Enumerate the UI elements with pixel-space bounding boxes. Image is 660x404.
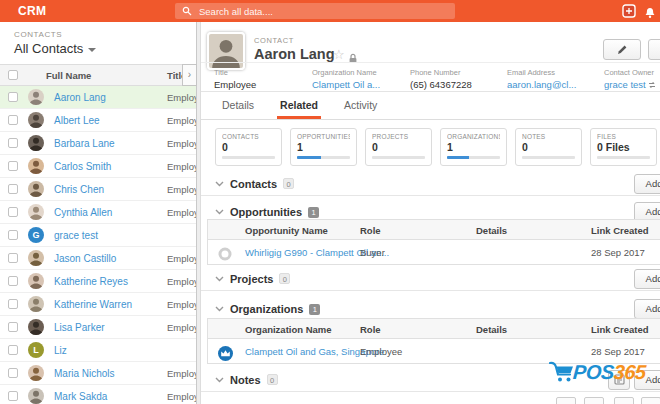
section-chevron-icon[interactable] bbox=[215, 305, 224, 313]
contact-row[interactable]: Carlos SmithEmployee bbox=[0, 155, 196, 178]
row-checkbox[interactable] bbox=[8, 391, 18, 401]
row-checkbox[interactable] bbox=[8, 322, 18, 332]
table-column-header[interactable]: Role bbox=[360, 324, 381, 335]
add-organizations-button[interactable]: Add bbox=[634, 299, 660, 319]
contact-row[interactable]: Katherine WarrenEmployee bbox=[0, 293, 196, 316]
column-full-name[interactable]: Full Name bbox=[46, 70, 91, 81]
field-value-text[interactable]: aaron.lang@cl... bbox=[507, 79, 576, 90]
contact-avatar bbox=[28, 112, 44, 128]
field-value-text[interactable]: Clampett Oil a... bbox=[312, 79, 380, 90]
summary-card-projects[interactable]: PROJECTS0 bbox=[365, 128, 432, 166]
row-checkbox[interactable] bbox=[8, 368, 18, 378]
contact-row[interactable]: Jason CastilloEmployee bbox=[0, 247, 196, 270]
field-value[interactable]: grace test bbox=[604, 79, 656, 90]
contact-name-link[interactable]: Cynthia Allen bbox=[54, 207, 112, 218]
cutoff-button[interactable] bbox=[584, 397, 604, 404]
contact-name-link[interactable]: Carlos Smith bbox=[54, 161, 111, 172]
search-input[interactable] bbox=[197, 5, 417, 18]
cutoff-button[interactable] bbox=[641, 397, 660, 404]
row-checkbox[interactable] bbox=[8, 253, 18, 263]
contact-name-link[interactable]: Jason Castillo bbox=[54, 253, 116, 264]
tab-details[interactable]: Details bbox=[222, 92, 254, 119]
table-column-header[interactable]: Role bbox=[360, 225, 381, 236]
search-icon bbox=[182, 6, 192, 16]
row-checkbox[interactable] bbox=[8, 299, 18, 309]
row-checkbox[interactable] bbox=[8, 115, 18, 125]
contact-name-link[interactable]: grace test bbox=[54, 230, 98, 241]
tab-related[interactable]: Related bbox=[280, 92, 318, 119]
actions-button[interactable]: Actions bbox=[648, 39, 660, 60]
row-checkbox[interactable] bbox=[8, 161, 18, 171]
row-checkbox[interactable] bbox=[8, 276, 18, 286]
table-column-header[interactable]: Link Created bbox=[591, 225, 649, 236]
table-column-header[interactable]: Details bbox=[476, 225, 507, 236]
summary-card-notes[interactable]: NOTES0 bbox=[515, 128, 582, 166]
contact-row[interactable]: Chris ChenEmployee bbox=[0, 178, 196, 201]
contact-name-link[interactable]: Maria Nichols bbox=[54, 368, 115, 379]
contact-row[interactable]: Albert LeeEmployee bbox=[0, 109, 196, 132]
contact-name-link[interactable]: Lisa Parker bbox=[54, 322, 105, 333]
app-logo[interactable]: CRM bbox=[18, 4, 46, 18]
quick-add-icon[interactable] bbox=[622, 4, 636, 18]
table-row[interactable]: Clampett Oil and Gas, SingaporeEmployee2… bbox=[208, 339, 660, 363]
section-chevron-icon[interactable] bbox=[215, 180, 224, 188]
cutoff-button[interactable] bbox=[614, 397, 634, 404]
contact-name-link[interactable]: Mark Sakda bbox=[54, 391, 107, 402]
contact-row[interactable]: Ggrace test bbox=[0, 224, 196, 247]
contact-name-link[interactable]: Aaron Lang bbox=[54, 92, 106, 103]
row-checkbox[interactable] bbox=[8, 230, 18, 240]
cutoff-button[interactable] bbox=[556, 397, 576, 404]
table-column-header[interactable]: Organization Name bbox=[245, 324, 332, 335]
contact-avatar: L bbox=[28, 342, 44, 358]
organizations-table: Organization NameRoleDetailsLink Created… bbox=[207, 318, 660, 364]
add-notes-button[interactable]: Add bbox=[634, 370, 660, 390]
summary-card-organizations[interactable]: ORGANIZATIONS1 bbox=[440, 128, 507, 166]
contact-row[interactable]: Cynthia AllenEmployee bbox=[0, 201, 196, 224]
contact-name-link[interactable]: Liz bbox=[54, 345, 67, 356]
expand-panel-icon[interactable]: › bbox=[182, 64, 197, 86]
row-checkbox[interactable] bbox=[8, 92, 18, 102]
notifications-icon[interactable] bbox=[644, 5, 656, 17]
add-projects-button[interactable]: Add bbox=[634, 269, 660, 289]
contact-row[interactable]: Barbara LaneEmployee bbox=[0, 132, 196, 155]
contact-name-link[interactable]: Albert Lee bbox=[54, 115, 100, 126]
tab-activity[interactable]: Activity bbox=[344, 92, 377, 119]
contact-row[interactable]: Mark SakdaEmployee bbox=[0, 385, 196, 404]
field-value[interactable]: aaron.lang@cl... bbox=[507, 79, 576, 90]
contact-name-link[interactable]: Katherine Reyes bbox=[54, 276, 128, 287]
field-value[interactable]: Clampett Oil a... bbox=[312, 79, 380, 90]
change-owner-icon[interactable] bbox=[646, 79, 657, 90]
row-checkbox[interactable] bbox=[8, 138, 18, 148]
contact-name-link[interactable]: Barbara Lane bbox=[54, 138, 115, 149]
related-summary-cards: CONTACTS0OPPORTUNITIES1PROJECTS0ORGANIZA… bbox=[215, 128, 657, 166]
contact-row[interactable]: Maria NicholsEmployee bbox=[0, 362, 196, 385]
contact-name-link[interactable]: Chris Chen bbox=[54, 184, 104, 195]
field-value-text[interactable]: grace test bbox=[604, 79, 646, 90]
row-checkbox[interactable] bbox=[8, 345, 18, 355]
contact-row[interactable]: Lisa ParkerEmployee bbox=[0, 316, 196, 339]
contact-row[interactable]: LLiz bbox=[0, 339, 196, 362]
row-checkbox[interactable] bbox=[8, 184, 18, 194]
view-selector[interactable]: All Contacts bbox=[14, 41, 96, 56]
add-contacts-button[interactable]: Add bbox=[634, 174, 660, 194]
section-chevron-icon[interactable] bbox=[215, 208, 224, 216]
select-all-checkbox[interactable] bbox=[8, 70, 18, 80]
row-checkbox[interactable] bbox=[8, 207, 18, 217]
section-chevron-icon[interactable] bbox=[215, 376, 224, 384]
star-icon[interactable]: ☆ bbox=[333, 48, 345, 61]
table-row[interactable]: Whirligig G990 - Clampett Oil an...Buyer… bbox=[208, 240, 660, 264]
global-search[interactable] bbox=[175, 3, 455, 19]
summary-card-contacts[interactable]: CONTACTS0 bbox=[215, 128, 282, 166]
contact-row[interactable]: Aaron LangEmployee bbox=[0, 86, 196, 109]
card-progress-bar bbox=[522, 156, 575, 159]
table-column-header[interactable]: Opportunity Name bbox=[245, 225, 328, 236]
edit-button[interactable] bbox=[603, 39, 641, 60]
contact-name-link[interactable]: Katherine Warren bbox=[54, 299, 132, 310]
section-chevron-icon[interactable] bbox=[215, 275, 224, 283]
contact-row[interactable]: Katherine ReyesEmployee bbox=[0, 270, 196, 293]
note-attach-icon[interactable] bbox=[608, 370, 630, 390]
summary-card-files[interactable]: FILES0 Files bbox=[590, 128, 657, 166]
table-column-header[interactable]: Link Created bbox=[591, 324, 649, 335]
summary-card-opportunities[interactable]: OPPORTUNITIES1 bbox=[290, 128, 357, 166]
table-column-header[interactable]: Details bbox=[476, 324, 507, 335]
